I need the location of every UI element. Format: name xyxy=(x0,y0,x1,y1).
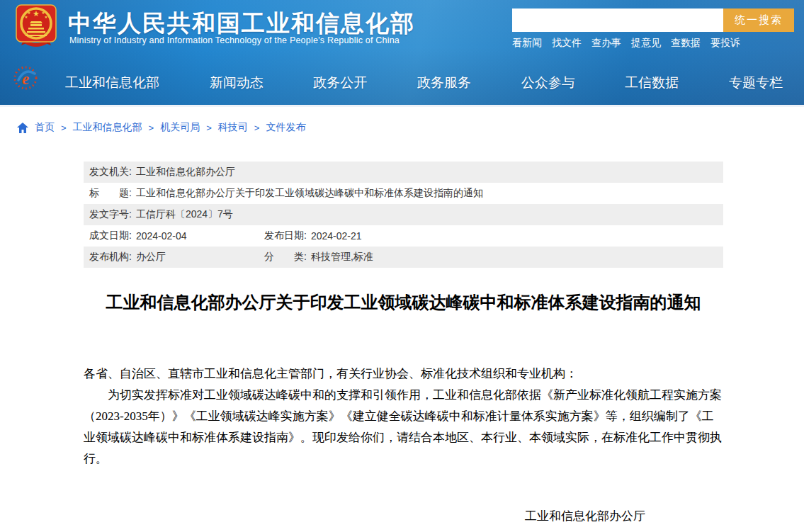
site-subtitle: Ministry of Industry and Information Tec… xyxy=(69,35,400,45)
national-emblem-icon: ★ ★ ★ ★ ★ xyxy=(16,4,57,48)
doc-title-value: 工业和信息化部办公厅关于印发工业领域碳达峰碳中和标准体系建设指南的通知 xyxy=(136,187,483,200)
miit-e-logo-icon: e xyxy=(13,65,38,91)
search-button[interactable]: 统一搜索 xyxy=(723,9,794,32)
meta-row-title: 标 题: 工业和信息化部办公厅关于印发工业领域碳达峰碳中和标准体系建设指南的通知 xyxy=(84,183,723,204)
search-input[interactable] xyxy=(512,9,723,32)
breadcrumb-separator: > xyxy=(206,123,212,133)
quick-link-services[interactable]: 查办事 xyxy=(591,37,621,50)
category-label: 分 类: xyxy=(264,251,307,264)
nav-item-gov-disclosure[interactable]: 政务公开 xyxy=(313,74,367,92)
document-meta-table: 发文机关: 工业和信息化部办公厅 标 题: 工业和信息化部办公厅关于印发工业领域… xyxy=(84,162,723,268)
document-content: 发文机关: 工业和信息化部办公厅 标 题: 工业和信息化部办公厅关于印发工业领域… xyxy=(84,162,723,532)
meta-row-org-category: 发布机构: 办公厅 分 类: 科技管理,标准 xyxy=(84,247,723,268)
nav-item-news[interactable]: 新闻动态 xyxy=(210,74,264,92)
home-icon[interactable] xyxy=(17,123,28,133)
meta-row-dates: 成文日期: 2024-02-04 发布日期: 2024-02-21 xyxy=(84,225,723,247)
breadcrumb-home[interactable]: 首页 xyxy=(35,121,55,134)
article-title: 工业和信息化部办公厅关于印发工业领域碳达峰碳中和标准体系建设指南的通知 xyxy=(84,291,723,314)
breadcrumb-science-tech-dept[interactable]: 科技司 xyxy=(218,121,248,134)
quick-link-feedback[interactable]: 提意见 xyxy=(631,37,661,50)
issuing-office-value: 工业和信息化部办公厅 xyxy=(136,166,235,179)
quick-link-news[interactable]: 看新闻 xyxy=(512,37,542,50)
svg-text:★: ★ xyxy=(25,15,28,19)
main-nav: 工业和信息化部 新闻动态 政务公开 政务服务 公众参与 工信数据 专题专栏 xyxy=(65,61,783,105)
breadcrumb: 首页 > 工业和信息化部 > 机关司局 > 科技司 > 文件发布 xyxy=(0,107,804,134)
signature-org: 工业和信息化部办公厅 xyxy=(84,508,723,524)
article-body: 各省、自治区、直辖市工业和信息化主管部门，有关行业协会、标准化技术组织和专业机构… xyxy=(84,363,723,470)
nav-item-special-topics[interactable]: 专题专栏 xyxy=(729,74,783,92)
category-value: 科技管理,标准 xyxy=(311,251,373,264)
quick-links: 看新闻 找文件 查办事 提意见 查数据 要投诉 xyxy=(512,37,740,50)
doc-number-label: 发文字号: xyxy=(89,208,132,221)
issuing-office-label: 发文机关: xyxy=(89,166,132,179)
publish-org-value: 办公厅 xyxy=(136,251,166,264)
article-paragraph: 为切实发挥标准对工业领域碳达峰碳中和的支撑和引领作用，工业和信息化部依据《新产业… xyxy=(84,385,723,470)
breadcrumb-miit[interactable]: 工业和信息化部 xyxy=(73,121,142,134)
nav-item-miit[interactable]: 工业和信息化部 xyxy=(65,74,159,92)
breadcrumb-departments[interactable]: 机关司局 xyxy=(160,121,200,134)
written-date-value: 2024-02-04 xyxy=(136,230,187,242)
breadcrumb-separator: > xyxy=(149,123,154,133)
svg-text:★: ★ xyxy=(33,9,40,18)
svg-text:e: e xyxy=(22,70,29,88)
written-date-label: 成文日期: xyxy=(89,230,132,242)
nav-item-gov-services[interactable]: 政务服务 xyxy=(417,74,471,92)
article-salutation: 各省、自治区、直辖市工业和信息化主管部门，有关行业协会、标准化技术组织和专业机构… xyxy=(84,363,723,385)
nav-item-public-participation[interactable]: 公众参与 xyxy=(521,74,575,92)
meta-row-issuing-office: 发文机关: 工业和信息化部办公厅 xyxy=(84,162,723,183)
quick-link-complaint[interactable]: 要投诉 xyxy=(710,37,740,50)
nav-item-miit-data[interactable]: 工信数据 xyxy=(625,74,679,92)
quick-link-data[interactable]: 查数据 xyxy=(671,37,701,50)
publish-date-label: 发布日期: xyxy=(264,230,307,242)
doc-title-label: 标 题: xyxy=(89,187,132,200)
site-header: ★ ★ ★ ★ ★ 中华人民共和国工业和信息化部 Ministry of Ind… xyxy=(0,0,804,105)
meta-row-doc-number: 发文字号: 工信厅科〔2024〕7号 xyxy=(84,204,723,225)
doc-number-value: 工信厅科〔2024〕7号 xyxy=(136,208,233,221)
svg-text:★: ★ xyxy=(45,15,48,19)
breadcrumb-separator: > xyxy=(61,123,67,133)
quick-link-files[interactable]: 找文件 xyxy=(552,37,582,50)
publish-date-value: 2024-02-21 xyxy=(311,230,362,242)
publish-org-label: 发布机构: xyxy=(89,251,132,264)
breadcrumb-document-release[interactable]: 文件发布 xyxy=(266,121,305,134)
breadcrumb-separator: > xyxy=(254,123,260,133)
signature-block: 工业和信息化部办公厅 2024年2月4日 xyxy=(84,508,723,532)
